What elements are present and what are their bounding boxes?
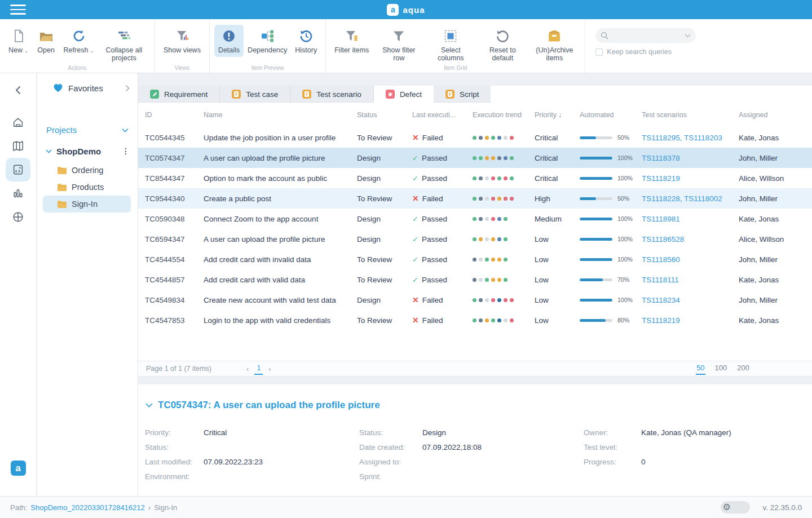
new-button-label: New: [8, 46, 23, 54]
table-row[interactable]: TC6594347 A user can upload the profile …: [138, 229, 812, 249]
test-scenario-link[interactable]: TS1118228, TS1118002: [642, 194, 722, 203]
test-scenario-link[interactable]: TS1118219: [642, 316, 680, 325]
test-scenario-link[interactable]: TS1118219: [642, 174, 680, 183]
cell-automated: 100%: [580, 175, 642, 181]
cell-name: Add credit card with invalid data: [204, 255, 357, 264]
trend-dot: [504, 278, 508, 282]
test-scenario-link[interactable]: TS1118111: [642, 276, 679, 284]
chevron-right-icon[interactable]: [125, 85, 130, 92]
unarchive-items-button[interactable]: (Un)Archive items: [528, 25, 580, 65]
gear-icon: ⚙: [722, 503, 730, 512]
toolbar-search-area: Keep search queries: [585, 19, 696, 73]
next-page-button[interactable]: ›: [268, 365, 271, 373]
settings-toggle[interactable]: ⚙: [721, 501, 750, 513]
column-header-test-scenarios[interactable]: Test scenarios: [642, 111, 739, 119]
table-row[interactable]: TC8544347 Option to mark the account as …: [138, 168, 812, 188]
column-header-status[interactable]: Status: [357, 111, 412, 119]
page-size-100[interactable]: 100: [714, 362, 728, 375]
table-row[interactable]: TC4544857 Add credit card with valid dat…: [138, 269, 812, 290]
tab-requirement[interactable]: Requirement: [138, 86, 220, 103]
refresh-button[interactable]: Refresh⌄: [60, 25, 98, 57]
table-row[interactable]: TC9544340 Create a public post To Review…: [138, 188, 812, 209]
kebab-menu-icon[interactable]: ⋮: [122, 147, 130, 156]
column-header-automated[interactable]: Automated: [580, 111, 642, 119]
keep-search-queries-checkbox[interactable]: [595, 48, 603, 56]
path-project-link[interactable]: ShopDemo_202203301728416212: [30, 503, 144, 512]
tab-script[interactable]: Script: [434, 86, 491, 103]
tab-test-scenario[interactable]: Test scenario: [290, 86, 374, 103]
show-views-button[interactable]: Show views: [160, 25, 205, 57]
prev-page-button[interactable]: ‹: [246, 365, 249, 373]
execution-trend: [473, 156, 535, 160]
collapse-details-icon[interactable]: [145, 403, 153, 408]
tree-folder-products[interactable]: Products: [43, 179, 131, 196]
table-row[interactable]: TC0574347 A user can upload the profile …: [138, 148, 812, 168]
trend-dot: [473, 258, 476, 262]
current-page-button[interactable]: 1: [254, 363, 263, 375]
page-size-50[interactable]: 50: [696, 362, 705, 375]
tree-folder-sign-in[interactable]: Sign-In: [43, 196, 131, 212]
cell-id: TC4544554: [138, 255, 204, 264]
column-header-last-execution[interactable]: Last executi...: [412, 111, 473, 119]
rail-item-reports[interactable]: [6, 181, 30, 205]
test-scenario-link[interactable]: TS1118981: [642, 215, 680, 223]
history-button[interactable]: History: [291, 25, 321, 57]
table-row[interactable]: TC4549834 Create new account with valid …: [138, 290, 812, 310]
aqua-logo-small-icon[interactable]: a: [11, 461, 26, 476]
open-button-label: Open: [37, 46, 55, 54]
chevron-down-icon[interactable]: [685, 34, 691, 38]
trend-dot: [473, 197, 476, 201]
table-row[interactable]: TC4544554 Add credit card with invalid d…: [138, 249, 812, 269]
test-scenario-link[interactable]: TS11186528: [642, 235, 684, 243]
table-row[interactable]: TC4547853 Login to the app with valid cr…: [138, 310, 812, 330]
item-grid: ID Name Status Last executi... Execution…: [138, 103, 812, 361]
test-scenario-link[interactable]: TS1118295, TS1118203: [642, 134, 722, 142]
table-row[interactable]: TC0544345 Update the job position in a u…: [138, 127, 812, 148]
collapse-sidebar-button[interactable]: [6, 81, 30, 99]
table-row[interactable]: TC0590348 Connect Zoom to the app accoun…: [138, 209, 812, 229]
tree-folder-ordering[interactable]: Ordering: [43, 162, 131, 179]
cell-priority: Low: [535, 276, 580, 284]
test-scenario-link[interactable]: TS1118378: [642, 154, 680, 162]
reset-to-default-button[interactable]: Reset to default: [476, 25, 528, 65]
column-header-name[interactable]: Name: [204, 111, 357, 119]
projects-header[interactable]: Projects: [37, 125, 138, 135]
tab-defect[interactable]: Defect: [374, 86, 434, 103]
filter-items-button[interactable]: Filter items: [330, 25, 373, 57]
open-button[interactable]: Open: [33, 25, 60, 57]
dependency-button[interactable]: Dependency: [244, 25, 291, 57]
column-header-priority[interactable]: Priority ↓: [535, 111, 580, 119]
test-scenario-link[interactable]: TS1118234: [642, 296, 680, 304]
cell-test-scenarios: TS1118111: [642, 276, 739, 284]
column-header-execution-trend[interactable]: Execution trend: [473, 111, 535, 119]
select-columns-button[interactable]: Select columns: [425, 25, 476, 65]
requirement-icon: [150, 90, 159, 99]
tree-node-shopdemo[interactable]: ShopDemo ⋮: [37, 143, 138, 160]
trend-dot: [510, 156, 514, 160]
select-columns-icon: [443, 28, 458, 45]
cell-name: Update the job position in a user profil…: [204, 134, 357, 142]
favorites-header[interactable]: Favorites: [37, 73, 138, 103]
last-execution-icon: ✓: [412, 154, 418, 162]
script-icon: [445, 90, 454, 99]
collapse-all-projects-button[interactable]: Collapse all projects: [98, 25, 150, 65]
rail-item-dashboard[interactable]: [6, 205, 30, 229]
tab-test-case[interactable]: Test case: [220, 86, 290, 103]
show-filter-row-button[interactable]: Show filter row: [373, 25, 425, 65]
column-header-assigned[interactable]: Assigned: [739, 111, 812, 119]
chevron-down-icon[interactable]: [122, 128, 129, 132]
column-header-id[interactable]: ID: [138, 111, 204, 119]
status-bar: Path: ShopDemo_202203301728416212 › Sign…: [0, 496, 812, 518]
search-input[interactable]: [608, 32, 685, 39]
rail-item-items[interactable]: [6, 158, 30, 181]
page-size-200[interactable]: 200: [736, 362, 750, 375]
chevron-down-icon[interactable]: [46, 149, 52, 153]
dependency-button-label: Dependency: [248, 46, 287, 54]
search-field[interactable]: [595, 28, 696, 43]
rail-item-map[interactable]: [6, 134, 30, 158]
rail-item-home[interactable]: [6, 110, 30, 134]
cell-test-scenarios: TS1118560: [642, 255, 739, 264]
new-button[interactable]: New⌄: [5, 25, 33, 57]
details-button[interactable]: Details: [214, 25, 244, 57]
test-scenario-link[interactable]: TS1118560: [642, 255, 680, 264]
